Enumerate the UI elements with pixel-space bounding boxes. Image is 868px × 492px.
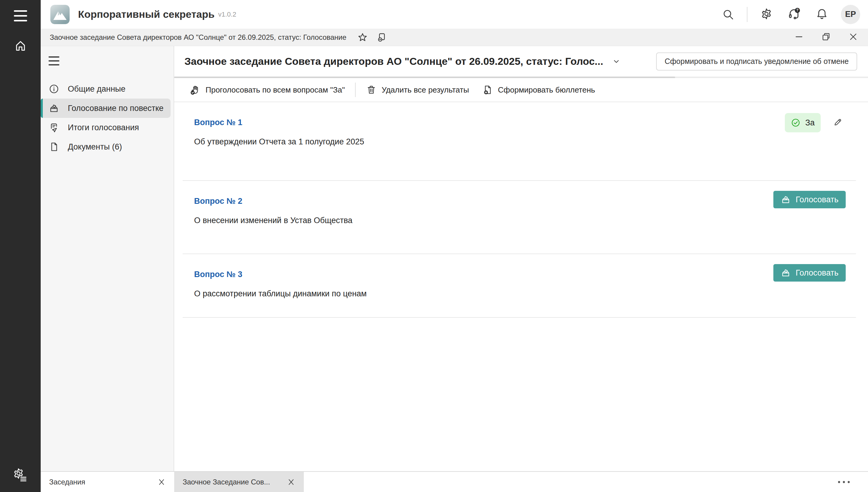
delete-all-results-button[interactable]: Удалить все результаты	[359, 78, 476, 102]
vote-button[interactable]: Голосовать	[773, 264, 846, 281]
vote-all-for-label: Проголосовать по всем вопросам "За"	[206, 85, 345, 95]
scrollbar-thumb[interactable]	[174, 77, 675, 78]
restore-icon	[821, 32, 831, 42]
sidebar-item-documents[interactable]: Документы (6)	[41, 137, 174, 156]
vote-result-label: За	[805, 118, 815, 127]
delete-all-results-label: Удалить все результаты	[382, 85, 469, 95]
sidebar: Общие данные Голосование по повестке	[41, 46, 174, 471]
headset-help-icon: ?	[787, 7, 801, 21]
vote-all-for-button[interactable]: Проголосовать по всем вопросам "За"	[183, 78, 351, 102]
bottom-tabbar: Заседания Заочное Заседание Сов...	[41, 471, 868, 492]
trash-icon	[366, 84, 377, 95]
support-button[interactable]: ?	[785, 7, 803, 22]
sidebar-item-voting[interactable]: Голосование по повестке	[41, 99, 171, 118]
sidebar-collapse-button[interactable]	[49, 56, 59, 66]
home-button[interactable]	[0, 39, 41, 53]
questions-list: Вопрос № 1 Об утверждении Отчета за 1 по…	[174, 102, 868, 471]
content-area: Заочное заседание Совета директоров АО "…	[174, 46, 868, 471]
question-link[interactable]: Вопрос № 2	[194, 197, 242, 206]
sidebar-item-general[interactable]: Общие данные	[41, 79, 174, 99]
bell-icon	[816, 7, 828, 20]
question-item-3: Вопрос № 3 О рассмотрении таблицы динами…	[174, 254, 868, 318]
question-link[interactable]: Вопрос № 1	[194, 118, 242, 127]
mountain-logo-icon	[50, 5, 70, 24]
minimize-icon	[794, 32, 804, 42]
generate-ballot-label: Сформировать бюллетень	[498, 85, 595, 95]
toolbar-divider	[355, 82, 356, 97]
more-tabs-button[interactable]	[836, 479, 852, 485]
title-dropdown-button[interactable]	[612, 57, 621, 66]
close-icon	[287, 478, 296, 486]
vote-results-icon	[49, 122, 59, 133]
tab-label: Заседания	[49, 478, 153, 486]
vote-result-badge: За	[785, 113, 821, 132]
document-icon	[49, 141, 59, 152]
generate-ballot-button[interactable]: Сформировать бюллетень	[476, 78, 602, 102]
info-icon	[49, 83, 59, 94]
vote-button-label: Голосовать	[796, 268, 839, 278]
vote-button-label: Голосовать	[796, 195, 839, 204]
pencil-icon	[833, 116, 843, 128]
document-plus-icon	[482, 84, 493, 95]
sidebar-item-label: Документы (6)	[68, 142, 122, 152]
document-bar-title: Заочное заседание Совета директоров АО "…	[50, 33, 346, 42]
question-text: О внесении изменений в Устав Общества	[194, 216, 868, 225]
ballot-box-icon	[781, 268, 791, 278]
horizontal-scrollbar[interactable]	[174, 77, 868, 78]
app-titlebar: Корпоративный секретарь v1.0.2	[41, 0, 868, 29]
hamburger-icon	[14, 10, 27, 12]
ballot-box-icon	[781, 194, 791, 205]
sidebar-item-label: Голосование по повестке	[68, 104, 164, 113]
notifications-button[interactable]	[814, 7, 830, 21]
gear-icon	[760, 7, 773, 20]
app-logo	[50, 5, 70, 24]
clipboard-icon	[376, 32, 387, 43]
question-text: Об утверждении Отчета за 1 полугодие 202…	[194, 137, 868, 147]
vote-button[interactable]: Голосовать	[773, 191, 846, 208]
sidebar-item-label: Общие данные	[68, 84, 125, 94]
hand-vote-icon	[190, 84, 201, 95]
tab-meetings[interactable]: Заседания	[41, 472, 174, 492]
edit-vote-button[interactable]	[831, 116, 844, 129]
home-icon	[14, 39, 27, 53]
help-badge-text: ?	[796, 8, 798, 13]
tab-close-button[interactable]	[157, 478, 166, 486]
rail-settings-button[interactable]	[0, 468, 41, 483]
tab-close-button[interactable]	[287, 478, 296, 486]
ballot-box-icon	[49, 103, 59, 114]
settings-button[interactable]	[758, 7, 774, 21]
tab-label: Заочное Заседание Сов...	[183, 478, 283, 486]
settings-list-icon	[13, 468, 28, 483]
page-title: Заочное заседание Совета директоров АО "…	[184, 55, 603, 67]
sidebar-item-label: Итоги голосования	[68, 123, 139, 132]
window-minimize-button[interactable]	[792, 31, 806, 43]
rail-menu-button[interactable]	[0, 10, 41, 21]
titlebar-divider	[747, 7, 747, 22]
favorite-button[interactable]	[357, 32, 368, 43]
sidebar-item-results[interactable]: Итоги голосования	[41, 118, 174, 137]
window-restore-button[interactable]	[819, 31, 833, 43]
question-text: О рассмотрении таблицы динамики по ценам	[194, 289, 868, 298]
app-window: Корпоративный секретарь v1.0.2	[0, 0, 868, 492]
search-button[interactable]	[720, 8, 736, 21]
question-item-1: Вопрос № 1 Об утверждении Отчета за 1 по…	[174, 102, 868, 181]
avatar[interactable]: EP	[841, 5, 860, 24]
close-icon	[848, 32, 858, 42]
app-title: Корпоративный секретарь	[78, 8, 214, 20]
window-close-button[interactable]	[846, 31, 860, 43]
hamburger-icon	[49, 56, 59, 57]
document-status-button[interactable]	[376, 32, 387, 43]
tab-meeting-detail[interactable]: Заочное Заседание Сов...	[174, 472, 304, 492]
cancel-notice-button[interactable]: Сформировать и подписать уведомление об …	[656, 52, 857, 71]
avatar-initials: EP	[845, 10, 856, 19]
app-version: v1.0.2	[218, 10, 236, 18]
left-rail	[0, 0, 41, 492]
chevron-down-icon	[612, 57, 621, 66]
document-bar: Заочное заседание Совета директоров АО "…	[41, 29, 868, 46]
question-link[interactable]: Вопрос № 3	[194, 270, 242, 279]
voting-toolbar: Проголосовать по всем вопросам "За"	[174, 78, 868, 102]
question-item-2: Вопрос № 2 О внесении изменений в Устав …	[174, 181, 868, 254]
search-icon	[722, 8, 734, 21]
check-circle-icon	[791, 118, 800, 127]
ellipsis-icon	[836, 479, 852, 485]
